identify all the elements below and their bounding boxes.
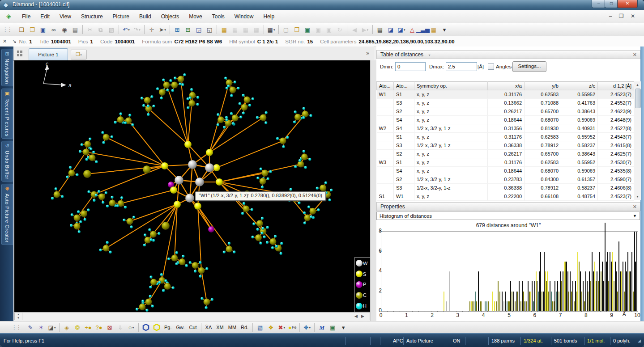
- properties-selector-combobox[interactable]: Histogram of distances ▼: [376, 212, 640, 220]
- table-angles-icon[interactable]: ▦: [241, 25, 251, 34]
- close-button[interactable]: ✕: [617, 0, 638, 8]
- mm-button[interactable]: ṀM: [226, 322, 238, 332]
- data-sheet-icon[interactable]: ⊟: [183, 25, 193, 34]
- picture-wizard-icon[interactable]: ▣: [303, 25, 312, 34]
- minimize-button[interactable]: –: [592, 0, 606, 8]
- picture-mode-icon[interactable]: ◪▾: [397, 25, 406, 34]
- lattice-icon[interactable]: ⊠: [105, 322, 115, 332]
- hexagon-blue-icon[interactable]: [141, 322, 151, 332]
- table-row[interactable]: S1x, y, z0.311760.625830.559522.4543(7): [377, 133, 634, 141]
- maximize-button[interactable]: □: [605, 0, 618, 8]
- table-row[interactable]: W1S1x, y, z0.311760.625830.559522.4523(7…: [377, 90, 634, 99]
- distances-table-header[interactable]: Ato...Ato...Symmetry op.x/ay/bz/cd 1,2 […: [377, 82, 634, 90]
- hexagon-yellow-icon[interactable]: [152, 322, 162, 332]
- table-scrollbar[interactable]: ▲ ▼: [634, 81, 641, 200]
- table-row[interactable]: S4x, y, z0.186440.680700.590692.4535(8): [377, 167, 634, 175]
- table-row[interactable]: S1W1x, y, z0.222000.661080.487542.4523(7…: [377, 192, 634, 201]
- blank-picture-icon[interactable]: ▢: [281, 25, 291, 34]
- split-view-icon[interactable]: ◱: [205, 25, 214, 34]
- picture-frame-icon[interactable]: ◪: [386, 25, 396, 34]
- cut-button[interactable]: Cut: [187, 322, 198, 332]
- grow-button[interactable]: Gw.: [175, 322, 187, 332]
- menu-move[interactable]: Move: [184, 12, 207, 21]
- dmax-input[interactable]: [446, 62, 477, 71]
- cut-icon[interactable]: ✂: [85, 25, 95, 34]
- new-file-icon[interactable]: ❏: [17, 25, 26, 34]
- column-header[interactable]: Ato...: [377, 82, 394, 90]
- dotted-sphere-icon[interactable]: ○▾: [126, 322, 136, 332]
- scroll-up-icon[interactable]: ▲: [634, 81, 641, 88]
- find-icon[interactable]: ∞: [49, 25, 59, 34]
- tile-windows-icon[interactable]: [17, 51, 23, 56]
- destroy-bonds-icon[interactable]: ✖▾: [277, 322, 286, 332]
- angles-checkbox[interactable]: [488, 63, 494, 70]
- title-bar[interactable]: ◆ Diamond - [1004001.cif] – □ ✕: [0, 0, 644, 10]
- toolbar-overflow-icon[interactable]: ▾: [439, 25, 449, 34]
- table-row[interactable]: W3S1x, y, z0.311760.625830.559522.4530(7…: [377, 158, 634, 167]
- move-mode-icon[interactable]: ✥▾: [302, 322, 312, 332]
- paste-icon[interactable]: ▨: [107, 25, 116, 34]
- column-header[interactable]: z/c: [561, 82, 598, 90]
- menu-file[interactable]: File: [17, 12, 35, 21]
- grid-layout-icon[interactable]: ▦▾: [266, 25, 276, 34]
- column-header[interactable]: Symmetry op.: [414, 82, 488, 90]
- column-header[interactable]: Ato...: [394, 82, 414, 90]
- pan-hand-icon[interactable]: ✛: [147, 25, 157, 34]
- rd-button[interactable]: Ṙd.: [239, 322, 250, 332]
- redo-icon[interactable]: ↷▾: [132, 25, 142, 34]
- undo-icon[interactable]: ↶▾: [121, 25, 131, 34]
- settings-button[interactable]: Settings...: [512, 61, 546, 72]
- distances-panel-header[interactable]: Table of distances ▾ ✕: [376, 50, 640, 59]
- toolbar-grip[interactable]: ⋮⋮: [3, 26, 12, 33]
- table-row[interactable]: S31/2-x, 3/2-y, 1-z0.363380.789120.58237…: [377, 141, 634, 150]
- tab-picture-1[interactable]: Picture 1: [29, 48, 68, 60]
- toolbar-grip[interactable]: ⋮⋮: [12, 324, 21, 330]
- forward-icon[interactable]: ▶▾: [360, 25, 370, 34]
- angle-monitor-icon[interactable]: △: [407, 25, 417, 34]
- axes-icon[interactable]: ❖: [266, 322, 276, 332]
- dmin-input[interactable]: [395, 62, 426, 71]
- table-torsions-icon[interactable]: ▦: [252, 25, 261, 34]
- table-row[interactable]: W2S41/2-x, 3/2-y, 1-z0.313560.819300.409…: [377, 124, 634, 133]
- mdi-window-controls[interactable]: – ❐ ✕: [609, 13, 638, 19]
- xm-button[interactable]: ẊM: [214, 322, 226, 332]
- menu-picture[interactable]: Picture: [108, 12, 134, 21]
- table-row[interactable]: S2x, y, z0.262170.657000.386432.4623(9): [377, 107, 634, 116]
- picture-wand-icon[interactable]: ✶: [36, 322, 46, 332]
- table-row[interactable]: S31/2-x, 3/2-y, 1-z0.363380.789120.58237…: [377, 184, 634, 192]
- sidebar-tab-undo-buffer[interactable]: ↺Undo Buffer: [1, 141, 13, 182]
- picture-save-icon[interactable]: ▣: [324, 25, 334, 34]
- sidebar-tab-recent-pictures[interactable]: ▣Recent Pictures: [1, 89, 13, 139]
- goto-structure-icon[interactable]: ↘: [12, 38, 16, 44]
- column-header[interactable]: d 1,2 [Å]: [598, 82, 634, 90]
- menu-window[interactable]: Window: [230, 12, 259, 21]
- menu-help[interactable]: Help: [258, 12, 279, 21]
- properties-panel-close-icon[interactable]: ✕: [633, 203, 637, 211]
- histogram-icon[interactable]: ▁▃▅: [418, 25, 428, 34]
- menu-structure[interactable]: Structure: [76, 12, 108, 21]
- open-file-icon[interactable]: ❒: [27, 25, 37, 34]
- table-row[interactable]: S4x, y, z0.186440.680700.590692.4648(9): [377, 116, 634, 124]
- picture-copy-icon[interactable]: ▣: [313, 25, 323, 34]
- drop-atom-icon[interactable]: ⇓: [115, 322, 125, 332]
- btoolbar-overflow-icon[interactable]: ▾: [338, 322, 348, 332]
- sidebar-tab-navigation[interactable]: ⊞Navigation: [1, 49, 13, 86]
- pane-splitter[interactable]: [370, 60, 377, 321]
- print-preview-icon[interactable]: ◉: [60, 25, 69, 34]
- atom-group-icon[interactable]: ❂: [73, 322, 82, 332]
- new-picture-tab-button[interactable]: ❐▾: [71, 50, 87, 59]
- menu-view[interactable]: View: [55, 12, 76, 21]
- column-header[interactable]: y/b: [525, 82, 561, 90]
- navigation-view-icon[interactable]: ⊞: [172, 25, 182, 34]
- menu-objects[interactable]: Objects: [156, 12, 184, 21]
- table-row[interactable]: S21/2-x, 3/2-y, 1-z0.237830.843000.61357…: [377, 175, 634, 184]
- structure-canvas[interactable]: ca "W1" (1/2-x, 3/2-y, 1-z): 0.2780(), 0…: [14, 60, 370, 312]
- polyhedron-icon[interactable]: ◈: [62, 322, 72, 332]
- distances-panel-close-icon[interactable]: ✕: [633, 51, 637, 59]
- canvas-scroll-strip[interactable]: ▲▼ ◀▶: [14, 312, 370, 320]
- pointer-icon[interactable]: ➤▾: [158, 25, 167, 34]
- column-header[interactable]: x/a: [488, 82, 525, 90]
- table-row[interactable]: S2x, y, z0.262170.657000.386432.4625(7): [377, 150, 634, 158]
- copy-icon[interactable]: ⧉: [96, 25, 106, 34]
- save-icon[interactable]: ▣: [38, 25, 48, 34]
